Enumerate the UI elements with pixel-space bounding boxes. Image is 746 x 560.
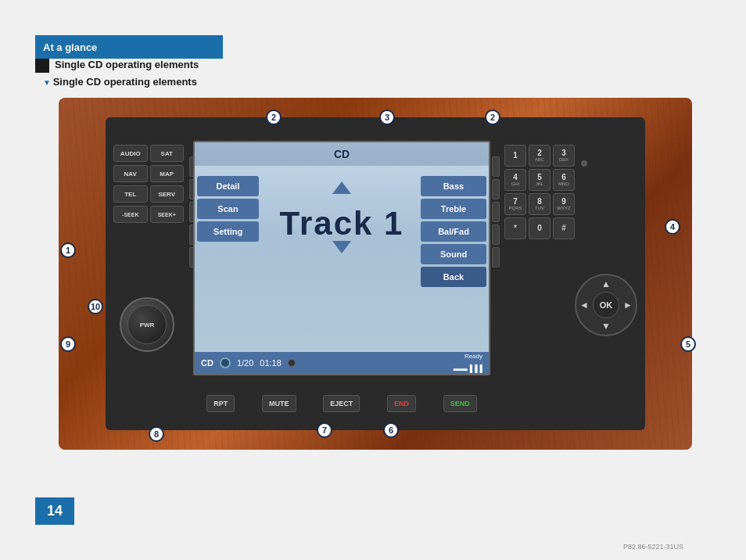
btn-row-2: NAV MAP — [113, 165, 184, 182]
nav-down-arrow[interactable]: ▼ — [601, 321, 611, 332]
screen-down-arrow[interactable] — [332, 241, 351, 253]
map-button[interactable]: MAP — [150, 165, 185, 182]
screen-up-arrow[interactable] — [332, 181, 351, 194]
side-btn-right-3[interactable] — [492, 202, 500, 222]
status-cd-label: CD — [201, 358, 213, 368]
key-9[interactable]: 9WXYZ — [553, 193, 575, 215]
pwr-knob-inner: PWR — [127, 305, 167, 344]
key-8[interactable]: 8TUV — [529, 193, 551, 215]
label-5: 5 — [680, 336, 696, 352]
end-button[interactable]: END — [387, 395, 416, 412]
side-btn-right-1[interactable] — [492, 156, 500, 177]
label-7: 7 — [317, 422, 332, 438]
pwr-label: PWR — [140, 321, 155, 328]
rpt-button[interactable]: RPT — [206, 395, 235, 412]
scan-button[interactable]: Scan — [197, 199, 259, 219]
screen-title: CD — [334, 148, 350, 160]
bottom-buttons: RPT MUTE EJECT END SEND — [193, 393, 490, 415]
side-btn-right-4[interactable] — [492, 224, 500, 245]
side-btn-right-2[interactable] — [492, 179, 500, 199]
mute-button[interactable]: MUTE — [262, 395, 296, 412]
nav-up-arrow[interactable]: ▲ — [601, 278, 611, 289]
label-1: 1 — [60, 242, 76, 258]
side-btns-right — [492, 156, 500, 267]
serv-button[interactable]: SERV — [150, 185, 185, 203]
status-disc-icon — [220, 357, 231, 368]
label-6: 6 — [383, 422, 399, 438]
treble-button[interactable]: Treble — [421, 199, 486, 219]
seek-plus-button[interactable]: SEEK+ — [150, 206, 185, 223]
label-10: 10 — [88, 299, 103, 314]
screen-menu-right: Bass Treble Bal/Fad Sound Back — [418, 174, 489, 289]
status-time: 01:18 — [260, 358, 282, 368]
pwr-area: PWR — [112, 289, 182, 360]
balfad-button[interactable]: Bal/Fad — [421, 221, 486, 242]
subtitle-2: Single CD operating elements — [43, 76, 197, 88]
label-2-left: 2 — [266, 109, 282, 125]
setting-button[interactable]: Setting — [197, 221, 259, 242]
track-display: Track 1 — [273, 205, 411, 242]
nav-outer: ▲ ▼ ◄ ► OK — [575, 274, 637, 336]
label-4: 4 — [665, 219, 680, 235]
key-1[interactable]: 1 — [504, 145, 526, 167]
sound-button[interactable]: Sound — [421, 244, 486, 264]
btn-row-1: AUDIO SAT — [113, 145, 184, 162]
keypad-grid: 1 2ABC 3DEF 4GHI 5JKL 6MNO 7PQRS 8TUV 9W… — [504, 145, 575, 239]
key-5[interactable]: 5JKL — [529, 169, 551, 191]
key-star[interactable]: * — [504, 217, 526, 239]
detail-button[interactable]: Detail — [197, 176, 259, 196]
nav-cluster: ▲ ▼ ◄ ► OK — [575, 274, 637, 336]
nav-right-arrow[interactable]: ► — [623, 300, 633, 311]
label-9: 9 — [60, 336, 76, 352]
send-button[interactable]: SEND — [443, 395, 477, 412]
ref-number: P82.86-5221-31US — [623, 543, 683, 551]
label-2-right: 2 — [485, 109, 500, 125]
status-ready: Ready ▬▬▐▐▐ — [454, 353, 482, 374]
page-number: 14 — [35, 497, 74, 525]
sat-button[interactable]: SAT — [150, 145, 185, 162]
left-panel: AUDIO SAT NAV MAP TEL SERV -SEEK SEEK+ — [109, 141, 188, 407]
screen-statusbar: CD 1/20 01:18 Ready ▬▬▐▐▐ — [195, 352, 489, 374]
nav-button[interactable]: NAV — [113, 165, 148, 182]
tab-label: At a glance — [43, 41, 97, 53]
audio-button[interactable]: AUDIO — [113, 145, 148, 162]
label-8: 8 — [149, 426, 164, 442]
screen-topbar: CD — [195, 142, 489, 166]
tel-button[interactable]: TEL — [113, 185, 148, 203]
dot-indicator — [581, 160, 587, 167]
screen: CD Detail Scan Setting Bass Treble Bal/F… — [193, 141, 490, 375]
btn-row-3: TEL SERV — [113, 185, 184, 203]
track-text: Track 1 — [280, 205, 404, 242]
bass-button[interactable]: Bass — [421, 176, 486, 196]
status-track: 1/20 — [237, 358, 253, 368]
key-2[interactable]: 2ABC — [529, 145, 551, 167]
eject-button[interactable]: EJECT — [323, 395, 360, 412]
device-wrapper: AUDIO SAT NAV MAP TEL SERV -SEEK SEEK+ — [59, 98, 692, 450]
key-7[interactable]: 7PQRS — [504, 193, 526, 215]
side-btn-right-5[interactable] — [492, 247, 500, 267]
header-tab: At a glance — [35, 35, 223, 59]
key-hash[interactable]: # — [553, 217, 575, 239]
seek-minus-button[interactable]: -SEEK — [113, 206, 148, 223]
pwr-knob[interactable]: PWR — [120, 297, 174, 352]
key-0[interactable]: 0 — [529, 217, 551, 239]
black-bar — [35, 59, 49, 73]
status-dot-icon — [288, 359, 296, 367]
ok-button[interactable]: OK — [593, 292, 619, 318]
subtitle-1: Single CD operating elements — [55, 59, 199, 70]
screen-menu-left: Detail Scan Setting — [195, 174, 261, 244]
key-6[interactable]: 6MNO — [553, 169, 575, 191]
label-3: 3 — [379, 109, 395, 125]
key-4[interactable]: 4GHI — [504, 169, 526, 191]
keypad-panel: 1 2ABC 3DEF 4GHI 5JKL 6MNO 7PQRS 8TUV 9W… — [500, 141, 579, 243]
back-button[interactable]: Back — [421, 267, 486, 287]
key-3[interactable]: 3DEF — [553, 145, 575, 167]
nav-left-arrow[interactable]: ◄ — [579, 300, 589, 311]
main-unit: AUDIO SAT NAV MAP TEL SERV -SEEK SEEK+ — [106, 117, 645, 430]
btn-row-4: -SEEK SEEK+ — [113, 206, 184, 223]
